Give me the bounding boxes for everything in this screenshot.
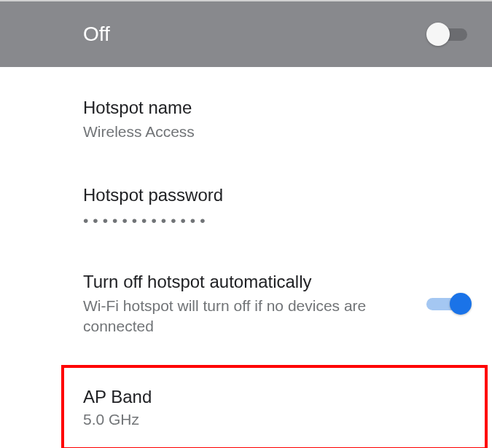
ap-band-value: 5.0 GHz [83, 409, 460, 430]
auto-off-toggle[interactable] [426, 293, 467, 315]
settings-list: Hotspot name Wireless Access Hotspot pas… [0, 67, 492, 448]
auto-off-subtitle: Wi-Fi hotspot will turn off if no device… [83, 296, 412, 337]
hotspot-master-toggle-bar[interactable]: Off [0, 1, 492, 67]
setting-text: Hotspot password ••••••••••••• [83, 184, 467, 229]
ap-band-title: AP Band [83, 385, 460, 408]
hotspot-password-title: Hotspot password [83, 184, 453, 206]
hotspot-name-setting[interactable]: Hotspot name Wireless Access [0, 76, 492, 163]
toggle-thumb [426, 23, 450, 46]
ap-band-setting[interactable]: AP Band 5.0 GHz [61, 365, 488, 448]
auto-off-title: Turn off hotspot automatically [83, 270, 412, 293]
hotspot-name-value: Wireless Access [83, 122, 453, 142]
hotspot-name-title: Hotspot name [83, 96, 453, 119]
auto-off-setting[interactable]: Turn off hotspot automatically Wi-Fi hot… [0, 250, 492, 358]
hotspot-password-value: ••••••••••••• [83, 212, 453, 229]
hotspot-password-setting[interactable]: Hotspot password ••••••••••••• [0, 163, 492, 250]
setting-text: Turn off hotspot automatically Wi-Fi hot… [83, 270, 426, 337]
setting-text: Hotspot name Wireless Access [83, 96, 467, 143]
toggle-thumb [450, 293, 472, 315]
hotspot-master-toggle[interactable] [426, 23, 467, 46]
hotspot-status-label: Off [83, 23, 110, 46]
